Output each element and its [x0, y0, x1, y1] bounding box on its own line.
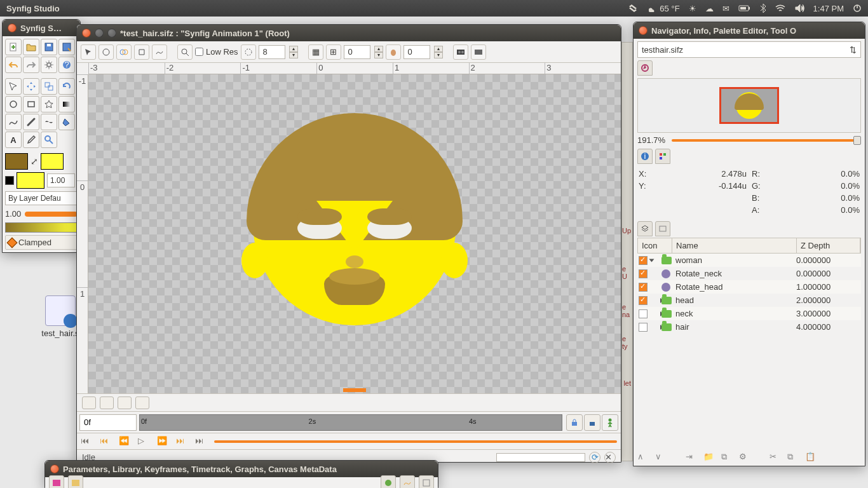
refresh-button[interactable] [241, 44, 256, 60]
params-tab-2[interactable] [68, 475, 83, 488]
keyframe-lock-button[interactable] [566, 414, 583, 431]
zoom-slider[interactable] [672, 139, 861, 142]
layer-group-button[interactable]: ⧉ [721, 452, 733, 463]
opacity-value[interactable]: 1.00 [47, 173, 75, 187]
layer-settings-button[interactable]: ⚙ [739, 452, 750, 463]
play-button[interactable]: ▷ [138, 436, 151, 447]
seek-start-button[interactable]: ⏮ [81, 436, 93, 447]
navigator-preview[interactable] [637, 78, 861, 133]
seek-prev-key-button[interactable]: ⏮ [100, 436, 112, 447]
layer-visible-checkbox[interactable] [639, 283, 648, 292]
layer-visible-checkbox[interactable] [639, 256, 648, 265]
refresh-icon[interactable]: ⟳ [589, 452, 600, 463]
params-tab-3[interactable] [381, 475, 396, 488]
params-titlebar[interactable]: Parameters, Library, Keyframes, Timetrac… [45, 461, 438, 477]
layer-row[interactable]: hair4.000000 [637, 320, 861, 334]
layer-indent-button[interactable]: ⇥ [686, 452, 697, 463]
time-field[interactable] [79, 414, 137, 431]
fill-tool[interactable] [58, 114, 75, 130]
maximize-icon[interactable] [107, 29, 116, 37]
session-icon[interactable] [853, 4, 862, 13]
quality-field[interactable]: 8 [259, 45, 285, 59]
weather-indicator[interactable]: 65 °F [647, 4, 679, 13]
swap-colors-icon[interactable]: ⤢ [31, 156, 38, 166]
onion-skin-button[interactable] [386, 44, 401, 60]
smooth-move-tool[interactable] [23, 78, 39, 95]
seek-end-button[interactable]: ⏭ [195, 436, 208, 447]
open-file-button[interactable] [23, 39, 39, 55]
dropbox-icon[interactable] [628, 3, 638, 13]
layer-row[interactable]: woman0.000000 [637, 254, 861, 267]
cancel-icon[interactable]: ✕ [604, 452, 616, 463]
zoom-fit-button[interactable] [82, 396, 96, 409]
navigator-tab[interactable] [637, 60, 653, 76]
star-tool[interactable] [41, 96, 57, 112]
seek-prev-frame-button[interactable]: ⏪ [119, 436, 132, 447]
layer-row[interactable]: Rotate_head1.000000 [637, 280, 861, 294]
outline-color[interactable] [5, 153, 28, 170]
mode-normal-button[interactable] [81, 44, 96, 60]
saveas-button[interactable] [58, 39, 75, 55]
layer-paste-button[interactable]: 📋 [805, 452, 817, 463]
seek-next-frame-button[interactable]: ⏩ [157, 436, 170, 447]
layer-visible-checkbox[interactable] [639, 323, 648, 332]
layer-visible-checkbox[interactable] [639, 269, 648, 278]
scale-tool[interactable] [41, 78, 57, 95]
animate-mode-button[interactable] [602, 414, 618, 431]
keyframe-lock2-button[interactable] [584, 414, 600, 431]
cloud-icon[interactable]: ☁ [705, 4, 714, 13]
clock[interactable]: 1:47 PM [813, 4, 844, 13]
mode-bline-button[interactable] [152, 44, 167, 60]
filename-field[interactable]: testhair.sifz ⇅ [637, 41, 861, 58]
layers-tab[interactable] [637, 221, 653, 236]
preview-button[interactable] [471, 44, 486, 60]
close-icon[interactable] [82, 29, 91, 37]
params-tab-1[interactable] [49, 475, 64, 488]
text-tool[interactable]: A [5, 132, 22, 148]
close-icon[interactable] [50, 464, 59, 473]
seek-next-key-button[interactable]: ⏭ [176, 436, 189, 447]
play-progress[interactable] [214, 440, 617, 443]
transform-tool[interactable] [5, 78, 22, 95]
wifi-icon[interactable] [775, 4, 785, 12]
layer-up-button[interactable]: ∧ [637, 452, 649, 463]
info-tab[interactable]: i [637, 149, 653, 164]
default-colors-icon[interactable] [5, 176, 14, 185]
circle-tool[interactable] [5, 96, 22, 112]
quality-down[interactable]: ▾ [289, 52, 298, 58]
eyedrop-tool[interactable] [23, 132, 39, 148]
canvas-titlebar[interactable]: *test_hair.sifz : "Synfig Animation 1" (… [77, 25, 621, 41]
battery-icon[interactable] [738, 4, 751, 12]
spline-tool[interactable] [5, 114, 22, 130]
params-tab-5[interactable] [419, 475, 434, 488]
canvas-viewport[interactable] [88, 74, 621, 393]
layer-copy-button[interactable]: ⧉ [787, 452, 799, 463]
params-tab-4[interactable] [400, 475, 415, 488]
expand-icon[interactable] [649, 259, 654, 262]
opacity-slider[interactable] [25, 212, 78, 217]
width-tool[interactable] [41, 114, 57, 130]
navigator-titlebar[interactable]: Navigator, Info, Palette Editor, Tool O [634, 22, 865, 39]
fill-color-2[interactable] [17, 172, 44, 189]
grid-snap-button[interactable]: ⊞ [326, 44, 341, 60]
mode-animate-button[interactable] [98, 44, 114, 60]
canvas-browser-tab[interactable] [655, 221, 670, 236]
settings-button[interactable] [41, 57, 57, 73]
gradient-preview[interactable] [5, 222, 78, 233]
layer-cut-button[interactable]: ✂ [770, 452, 781, 463]
redo-button[interactable] [23, 57, 39, 73]
bluetooth-icon[interactable] [760, 4, 766, 13]
new-file-button[interactable] [5, 39, 22, 55]
interpolation-select[interactable]: Clamped [5, 235, 78, 250]
layer-row[interactable]: Rotate_neck0.000000 [637, 267, 861, 280]
close-icon[interactable] [8, 24, 17, 32]
zoom-tool[interactable] [41, 132, 57, 148]
toolbox-titlebar[interactable]: Synfig S… [3, 20, 80, 36]
blend-mode-select[interactable]: By Layer Defau [5, 191, 78, 205]
grid-y-field[interactable]: 0 [403, 45, 430, 59]
lowres-checkbox[interactable] [195, 48, 203, 56]
layer-visible-checkbox[interactable] [639, 309, 648, 318]
rotate-tool[interactable] [58, 78, 75, 95]
draw-tool[interactable] [23, 114, 39, 130]
minimize-icon[interactable] [95, 29, 104, 37]
